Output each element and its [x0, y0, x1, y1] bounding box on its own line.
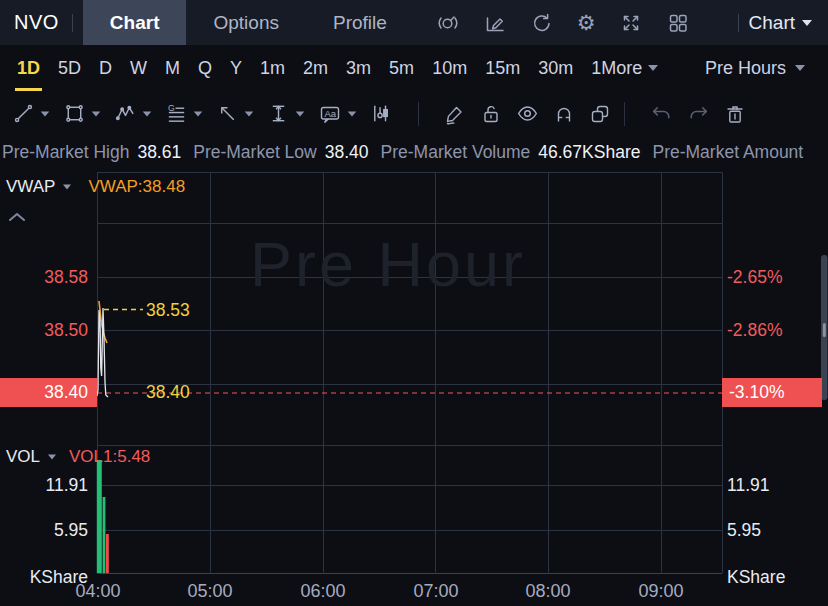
timeframe-d[interactable]: D: [99, 45, 112, 91]
caret-down-icon: [648, 65, 658, 71]
current-percent-badge: -3.10%: [722, 378, 822, 407]
redo[interactable]: [686, 101, 711, 126]
shape-tool[interactable]: [63, 102, 101, 125]
vwap-value: VWAP:38.48: [88, 177, 185, 197]
nav-right-group: Chart: [725, 12, 828, 34]
volume-axis-label: 11.91: [0, 475, 88, 496]
delete-trash[interactable]: [723, 102, 747, 126]
indicator-name: VWAP: [6, 177, 55, 197]
svg-text:Aa: Aa: [325, 107, 337, 118]
caret-down-icon: [795, 65, 805, 71]
volume-axis-label: 11.91: [727, 475, 770, 496]
time-axis-label: 05:00: [187, 581, 232, 602]
unlock[interactable]: [479, 102, 503, 126]
fullscreen-icon[interactable]: [619, 11, 643, 35]
divider: [72, 14, 73, 32]
timeframe-m[interactable]: M: [165, 45, 180, 91]
timeframe-5d[interactable]: 5D: [58, 45, 81, 91]
measure-tool[interactable]: [267, 102, 305, 125]
timeframe-q[interactable]: Q: [198, 45, 212, 91]
undo[interactable]: [649, 101, 674, 126]
divider: [418, 102, 419, 126]
settings-gear-icon[interactable]: ⚙: [577, 12, 596, 33]
timeframe-1m[interactable]: 1m: [260, 45, 285, 91]
caret-down-icon: [48, 455, 56, 460]
caret-down-icon: [296, 111, 305, 116]
level-label-last: 38.40: [146, 382, 190, 403]
svg-text:G: G: [168, 103, 175, 113]
stat-value: 38.61: [137, 142, 181, 163]
wave-tool[interactable]: [114, 102, 152, 125]
percent-axis-label: -2.65%: [727, 267, 782, 288]
symbol-title: NVO: [14, 11, 59, 34]
session-selector[interactable]: Pre Hours: [705, 58, 805, 79]
divider: [624, 102, 625, 126]
nav-icon-group: ⚙: [436, 11, 690, 35]
gauge-icon[interactable]: [436, 11, 460, 35]
current-price-badge: 38.40: [0, 378, 97, 407]
tab-options[interactable]: Options: [186, 0, 305, 45]
timeframe-3m[interactable]: 3m: [346, 45, 371, 91]
stat-label: Pre-Market High: [2, 142, 129, 163]
vwap-indicator-row[interactable]: VWAP VWAP:38.48: [6, 177, 185, 197]
stat-label: Pre-Market Low: [193, 142, 317, 163]
stat-value: 38.40: [325, 142, 369, 163]
top-nav: NVO Chart Options Profile ⚙ Chart: [0, 0, 828, 45]
caret-down-icon: [802, 20, 812, 26]
percent-axis-label: -2.86%: [727, 320, 782, 341]
chart-area: VWAP VWAP:38.48 Pre Hour 38.58 38.50 38.…: [0, 168, 828, 606]
vol-indicator-row[interactable]: VOL VOL1:5.48: [6, 447, 150, 467]
edit-chart-icon[interactable]: [483, 11, 507, 35]
price-axis-label: 38.58: [0, 267, 88, 288]
timeframe-y[interactable]: Y: [230, 45, 242, 91]
stat-value: 46.67KShare: [538, 142, 640, 163]
indicator-name: VOL: [6, 447, 40, 467]
timeframe-10m[interactable]: 10m: [432, 45, 467, 91]
caret-down-icon: [194, 111, 203, 116]
arrow-tool[interactable]: [216, 102, 254, 125]
candle-pattern-tool[interactable]: [370, 102, 393, 125]
volume-axis-label: 5.95: [727, 520, 761, 541]
drawing-toolbar: G Aa: [0, 91, 828, 136]
timeframe-15m[interactable]: 15m: [485, 45, 520, 91]
caret-down-icon: [245, 111, 254, 116]
gann-lines-tool[interactable]: G: [165, 102, 203, 125]
divider: [738, 14, 739, 32]
timeframe-2m[interactable]: 2m: [303, 45, 328, 91]
clone[interactable]: [588, 102, 612, 126]
caret-down-icon: [63, 185, 71, 190]
vol-value: VOL1:5.48: [69, 447, 150, 467]
trend-line-tool[interactable]: [12, 102, 50, 125]
price-axis-label: 38.50: [0, 320, 88, 341]
session-watermark: Pre Hour: [250, 228, 526, 300]
timeframe-1d[interactable]: 1D: [17, 45, 40, 91]
free-draw-pencil[interactable]: [443, 102, 467, 126]
level-label-high: 38.53: [146, 300, 190, 321]
timeframe-more-menu[interactable]: 1More: [591, 58, 658, 79]
premarket-stats-bar: Pre-Market High 38.61 Pre-Market Low 38.…: [0, 136, 828, 168]
time-axis-label: 09:00: [638, 581, 683, 602]
timeframe-30m[interactable]: 30m: [538, 45, 573, 91]
timeframe-5m[interactable]: 5m: [389, 45, 414, 91]
refresh-icon[interactable]: [530, 11, 554, 35]
trading-app-window: NVO Chart Options Profile ⚙ Chart 1D 5D …: [0, 0, 828, 606]
chart-layout-selector[interactable]: Chart: [749, 12, 812, 34]
tab-chart[interactable]: Chart: [83, 0, 187, 45]
time-axis-label: 06:00: [300, 581, 345, 602]
caret-down-icon: [92, 111, 101, 116]
time-axis-label: 08:00: [525, 581, 570, 602]
timeframe-w[interactable]: W: [130, 45, 147, 91]
time-axis-label: 07:00: [413, 581, 458, 602]
caret-down-icon: [143, 111, 152, 116]
volume-bars: [97, 460, 109, 573]
tab-profile[interactable]: Profile: [306, 0, 414, 45]
text-annotation-tool[interactable]: Aa: [318, 102, 357, 126]
volume-axis-label: 5.95: [0, 520, 88, 541]
collapse-panel-chevron[interactable]: [8, 208, 26, 226]
time-axis-label: 04:00: [75, 581, 120, 602]
visibility-eye[interactable]: [515, 101, 540, 126]
timeframe-bar: 1D 5D D W M Q Y 1m 2m 3m 5m 10m 15m 30m …: [0, 45, 828, 91]
layout-grid-icon[interactable]: [666, 11, 690, 35]
magnet[interactable]: [552, 102, 576, 126]
stat-label: Pre-Market Volume: [381, 142, 531, 163]
